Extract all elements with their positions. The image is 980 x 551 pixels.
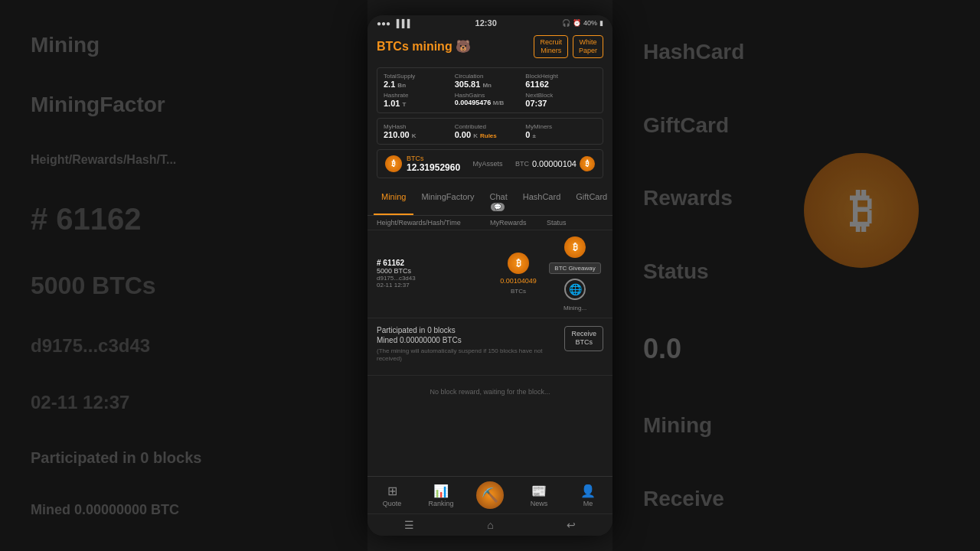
- total-supply-value: 2.1 Bn: [384, 80, 455, 89]
- app-title-text: BTCs mining: [377, 40, 452, 54]
- nav-me[interactable]: 👤 Me: [569, 484, 607, 507]
- nav-mining[interactable]: ⛏️: [471, 481, 509, 509]
- giveaway-column: ₿ BTC Giveaway 🌐 Mining...: [547, 236, 603, 311]
- bg-text-header: Height/Rewards/Hash/T...: [31, 153, 337, 167]
- giveaway-btc-icon: ₿: [564, 236, 586, 258]
- phone-container: ●●● ▐▐▐ 12:30 🎧 ⏰ 40% ▮ BTCs mining 🐻 Re…: [368, 15, 612, 536]
- tab-hashcard[interactable]: HashCard: [515, 187, 569, 215]
- reward-btc-icon: ₿: [508, 253, 529, 274]
- reward-unit: BTCs: [511, 288, 526, 295]
- col-header-3: Status: [547, 219, 603, 227]
- reward-value: 0.00104049: [500, 277, 537, 285]
- app-header: BTCs mining 🐻 RecruitMiners WhitePaper: [368, 31, 612, 63]
- my-stats-grid: MyHash 210.00 K Contributed 0.00 K Rules…: [377, 118, 603, 145]
- quote-icon: ⊞: [387, 484, 397, 498]
- participated-info: Participated in 0 blocks Mined 0.0000000…: [377, 326, 564, 368]
- block-number: # 61162: [377, 259, 490, 267]
- receive-btcs-button[interactable]: ReceiveBTCs: [564, 326, 603, 351]
- signal-icon: ●●●: [377, 19, 390, 28]
- no-reward-message: No block reward, waiting for the block..…: [368, 376, 612, 408]
- headphone-icon: 🎧: [562, 19, 570, 27]
- battery-icon: ▮: [599, 19, 603, 27]
- total-supply-stat: TotalSupply 2.1 Bn: [384, 73, 455, 89]
- bg-text-time: 02-11 12:37: [31, 392, 337, 413]
- tabs-container: Mining MiningFactory Chat 💬 HashCard Gif…: [368, 187, 612, 216]
- background-right: HashCard GiftCard Rewards Status ₿ 0.0 M…: [612, 0, 980, 551]
- nav-ranking[interactable]: 📊 Ranking: [422, 484, 460, 507]
- home-button[interactable]: ⌂: [487, 519, 493, 531]
- my-miners-label: MyMiners: [525, 123, 596, 130]
- bg-text-btcs: 5000 BTCs: [31, 272, 337, 300]
- assets-btcs-value: 12.31952960: [407, 162, 460, 173]
- rules-link[interactable]: Rules: [480, 132, 497, 139]
- col-header-2: MyRewards: [490, 219, 547, 227]
- news-icon: 📰: [531, 484, 547, 498]
- app-title: BTCs mining 🐻: [377, 39, 471, 54]
- bg-text-giftcard: GiftCard: [643, 113, 949, 138]
- nav-news[interactable]: 📰 News: [520, 484, 558, 507]
- hash-gains-stat: HashGains 0.00495476 M/B: [455, 92, 526, 108]
- contributed-label: Contributed: [455, 123, 526, 130]
- tab-giftcard[interactable]: GiftCard: [568, 187, 612, 215]
- circulation-stat: Circulation 305.81 Mn: [455, 73, 526, 89]
- bg-text-zero: 0.0: [643, 333, 949, 365]
- my-hash-stat: MyHash 210.00 K: [384, 123, 455, 139]
- circulation-label: Circulation: [455, 73, 526, 80]
- hamburger-button[interactable]: ☰: [404, 519, 414, 531]
- contributed-value: 0.00 K Rules: [455, 130, 526, 139]
- tab-mining-factory[interactable]: MiningFactory: [413, 187, 482, 215]
- status-right: 🎧 ⏰ 40% ▮: [562, 19, 603, 27]
- assets-btc-row: BTC 0.00000104 ₿: [515, 156, 595, 171]
- my-assets-label: MyAssets: [472, 160, 502, 168]
- hashrate-value: 1.01 T: [384, 99, 455, 108]
- back-button[interactable]: ↩: [567, 519, 576, 531]
- bitcoin-icon: ₿: [580, 156, 595, 171]
- nav-quote[interactable]: ⊞ Quote: [373, 484, 411, 507]
- participated-section: Participated in 0 blocks Mined 0.0000000…: [368, 318, 612, 377]
- my-miners-stat: MyMiners 0 ±: [525, 123, 596, 139]
- mining-globe-icon: 🌐: [564, 279, 586, 300]
- next-block-stat: NextBlock 07:37: [525, 92, 596, 108]
- next-block-label: NextBlock: [525, 92, 596, 99]
- tab-chat[interactable]: Chat 💬: [482, 187, 514, 215]
- bg-text-hashcard: HashCard: [643, 40, 949, 64]
- stats-container: TotalSupply 2.1 Bn Circulation 305.81 Mn…: [368, 63, 612, 187]
- assets-coin-label: BTCs: [407, 155, 460, 162]
- bg-text-receive: Receive: [643, 487, 949, 511]
- status-left: ●●● ▐▐▐: [377, 19, 410, 28]
- bg-text-block: # 61162: [31, 202, 337, 236]
- nav-quote-label: Quote: [383, 500, 402, 507]
- network-stats-grid: TotalSupply 2.1 Bn Circulation 305.81 Mn…: [377, 67, 603, 113]
- total-supply-label: TotalSupply: [384, 73, 455, 80]
- assets-btc-value: 0.00000104: [532, 159, 577, 168]
- next-block-value: 07:37: [525, 99, 596, 108]
- alarm-icon: ⏰: [573, 19, 581, 27]
- bottom-navigation: ⊞ Quote 📊 Ranking ⛏️ 📰 News 👤 Me: [368, 476, 612, 514]
- recruit-miners-button[interactable]: RecruitMiners: [534, 35, 568, 58]
- system-bar: ☰ ⌂ ↩: [368, 514, 612, 536]
- table-header: Height/Rewards/Hash/Time MyRewards Statu…: [368, 216, 612, 230]
- my-hash-label: MyHash: [384, 123, 455, 130]
- white-paper-button[interactable]: WhitePaper: [573, 35, 603, 58]
- mining-status-label: Mining...: [564, 305, 586, 311]
- nav-me-label: Me: [583, 500, 593, 507]
- spacer: [368, 408, 612, 439]
- block-height-stat: BlockHeight 61162: [525, 73, 596, 89]
- btc-giveaway-button[interactable]: BTC Giveaway: [549, 262, 600, 274]
- status-time: 12:30: [475, 18, 497, 28]
- assets-row: ₿ BTCs 12.31952960 MyAssets BTC 0.000001…: [377, 149, 603, 178]
- battery-text: 40%: [583, 19, 597, 27]
- me-icon: 👤: [580, 484, 596, 498]
- btc-label: BTC: [515, 160, 529, 168]
- app-title-emoji: 🐻: [456, 39, 471, 54]
- header-buttons: RecruitMiners WhitePaper: [534, 35, 603, 58]
- btcs-coin-icon: ₿: [385, 155, 402, 172]
- circulation-value: 305.81 Mn: [455, 80, 526, 89]
- nav-ranking-label: Ranking: [428, 500, 453, 507]
- reward-column: ₿ 0.00104049 BTCs: [490, 253, 547, 295]
- block-height-label: BlockHeight: [525, 73, 596, 80]
- block-info: # 61162 5000 BTCs d9175...c3d43 02-11 12…: [377, 259, 490, 289]
- hash-gains-value: 0.00495476 M/B: [455, 99, 526, 106]
- my-hash-value: 210.00 K: [384, 130, 455, 139]
- tab-mining[interactable]: Mining: [374, 187, 413, 215]
